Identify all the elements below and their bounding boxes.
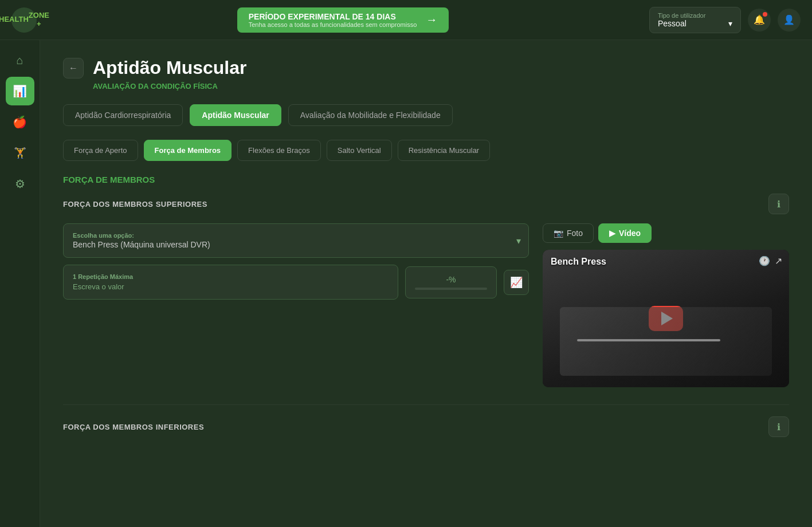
main-tabs: Aptidão Cardiorrespiratória Aptidão Musc… bbox=[63, 104, 789, 126]
photo-button[interactable]: 📷 Foto bbox=[543, 223, 594, 243]
lower-limb-section: FORÇA DOS MEMBROS INFERIORES ℹ bbox=[63, 416, 789, 437]
tab-cardio[interactable]: Aptidão Cardiorrespiratória bbox=[63, 104, 183, 126]
info-icon-lower: ℹ bbox=[777, 422, 780, 432]
sub-tab-vertical-jump[interactable]: Salto Vertical bbox=[327, 140, 392, 161]
sub-tab-grip[interactable]: Força de Aperto bbox=[63, 140, 138, 161]
trial-banner[interactable]: PERÍODO EXPERIMENTAL DE 14 DIAS Tenha ac… bbox=[237, 7, 449, 33]
repetition-max-field[interactable]: 1 Repetição Máxima Escreva o valor bbox=[63, 265, 398, 300]
upper-info-button[interactable]: ℹ bbox=[768, 194, 789, 214]
left-panel: Escolha uma opção: Bench Press (Máquina … bbox=[63, 223, 529, 300]
sidebar-item-nutrition[interactable]: 🍎 bbox=[6, 108, 34, 136]
page-title: Aptidão Muscular bbox=[93, 57, 246, 78]
gear-icon: ⚙ bbox=[15, 177, 25, 191]
sub-tab-muscular-endurance[interactable]: Resistência Muscular bbox=[398, 140, 491, 161]
sidebar: ⌂ 📊 🍎 🏋 ⚙ bbox=[0, 40, 40, 527]
sidebar-item-chart[interactable]: 📊 bbox=[6, 77, 34, 105]
sidebar-item-home[interactable]: ⌂ bbox=[6, 46, 34, 74]
select-value: Bench Press (Máquina universal DVR) bbox=[73, 240, 210, 249]
sub-tab-limb-strength[interactable]: Força de Membros bbox=[144, 140, 232, 161]
camera-icon: 📷 bbox=[554, 229, 563, 238]
profile-button[interactable]: 👤 bbox=[778, 9, 801, 32]
notifications-button[interactable]: 🔔 bbox=[748, 9, 771, 32]
main-content: ← Aptidão Muscular AVALIAÇÃO DA CONDIÇÃO… bbox=[40, 40, 812, 527]
dumbbell-icon: 🏋 bbox=[14, 147, 26, 159]
sub-tabs: Força de Aperto Força de Membros Flexões… bbox=[63, 140, 789, 161]
sidebar-item-settings[interactable]: ⚙ bbox=[6, 170, 34, 198]
input-placeholder: Escreva o valor bbox=[73, 282, 389, 291]
trial-arrow-icon: → bbox=[426, 13, 437, 26]
page-header: ← Aptidão Muscular bbox=[63, 57, 789, 78]
video-time-icon[interactable]: 🕐 bbox=[759, 255, 770, 266]
top-right-controls: Tipo de utilizador Pessoal ▾ 🔔 👤 bbox=[649, 7, 801, 33]
video-top-icons: 🕐 ↗ bbox=[759, 255, 782, 266]
tab-mobility[interactable]: Avaliação da Mobilidade e Flexibilidade bbox=[288, 104, 453, 126]
tab-muscular[interactable]: Aptidão Muscular bbox=[190, 104, 281, 126]
select-chevron-icon: ▾ bbox=[516, 235, 521, 246]
page-subtitle: AVALIAÇÃO DA CONDIÇÃO FÍSICA bbox=[93, 82, 789, 91]
logo-icon: HEALTH ZONE + bbox=[11, 7, 37, 33]
logo: HEALTH ZONE + bbox=[11, 7, 37, 33]
video-button[interactable]: ▶ Vídeo bbox=[598, 223, 652, 243]
user-type-value: Pessoal ▾ bbox=[658, 19, 732, 28]
media-buttons: 📷 Foto ▶ Vídeo bbox=[543, 223, 789, 243]
lower-info-button[interactable]: ℹ bbox=[768, 416, 789, 437]
chart-icon: 📊 bbox=[13, 84, 27, 98]
progress-bar bbox=[415, 288, 487, 290]
sidebar-item-activity[interactable]: 🏋 bbox=[6, 139, 34, 167]
trial-banner-title: PERÍODO EXPERIMENTAL DE 14 DIAS bbox=[249, 12, 417, 21]
right-panel: 📷 Foto ▶ Vídeo bbox=[543, 223, 789, 387]
input-label: 1 Repetição Máxima bbox=[73, 273, 389, 280]
chart-detail-button[interactable]: 📈 bbox=[504, 270, 529, 295]
exercise-select[interactable]: Escolha uma opção: Bench Press (Máquina … bbox=[63, 223, 529, 258]
section-divider bbox=[63, 404, 789, 405]
exercise-select-container: Escolha uma opção: Bench Press (Máquina … bbox=[63, 223, 529, 258]
chart-bar-icon: 📈 bbox=[510, 276, 523, 289]
back-arrow-icon: ← bbox=[69, 63, 78, 73]
upper-section-title: FORÇA DOS MEMBROS SUPERIORES bbox=[63, 200, 207, 209]
percentage-field: -% bbox=[405, 266, 497, 298]
apple-icon: 🍎 bbox=[13, 115, 27, 129]
lower-section-title: FORÇA DOS MEMBROS INFERIORES bbox=[63, 423, 204, 431]
notification-dot bbox=[763, 12, 767, 17]
home-icon: ⌂ bbox=[16, 54, 23, 67]
user-icon: 👤 bbox=[783, 14, 795, 25]
percent-value: -% bbox=[446, 275, 456, 284]
section-title: FORÇA DE MEMBROS bbox=[63, 175, 789, 184]
select-label: Escolha uma opção: bbox=[73, 232, 134, 239]
user-type-dropdown[interactable]: Tipo de utilizador Pessoal ▾ bbox=[649, 7, 741, 33]
back-button[interactable]: ← bbox=[63, 58, 84, 78]
input-row: 1 Repetição Máxima Escreva o valor -% 📈 bbox=[63, 265, 529, 300]
upper-content-area: Escolha uma opção: Bench Press (Máquina … bbox=[63, 223, 789, 387]
info-icon: ℹ bbox=[777, 199, 780, 210]
video-title: Bench Press bbox=[551, 257, 606, 267]
video-share-icon[interactable]: ↗ bbox=[775, 255, 782, 266]
play-icon: ▶ bbox=[609, 229, 615, 238]
chevron-down-icon: ▾ bbox=[728, 19, 732, 28]
top-navigation: HEALTH ZONE + PERÍODO EXPERIMENTAL DE 14… bbox=[0, 0, 812, 40]
video-thumbnail: Bench Press 🕐 ↗ bbox=[543, 250, 789, 387]
user-type-label: Tipo de utilizador bbox=[658, 12, 732, 19]
upper-limb-section: FORÇA DOS MEMBROS SUPERIORES ℹ Escolha u… bbox=[63, 194, 789, 387]
sub-tab-pushups[interactable]: Flexões de Braços bbox=[237, 140, 321, 161]
trial-banner-subtitle: Tenha acesso a todas as funcionalidades … bbox=[249, 21, 417, 28]
